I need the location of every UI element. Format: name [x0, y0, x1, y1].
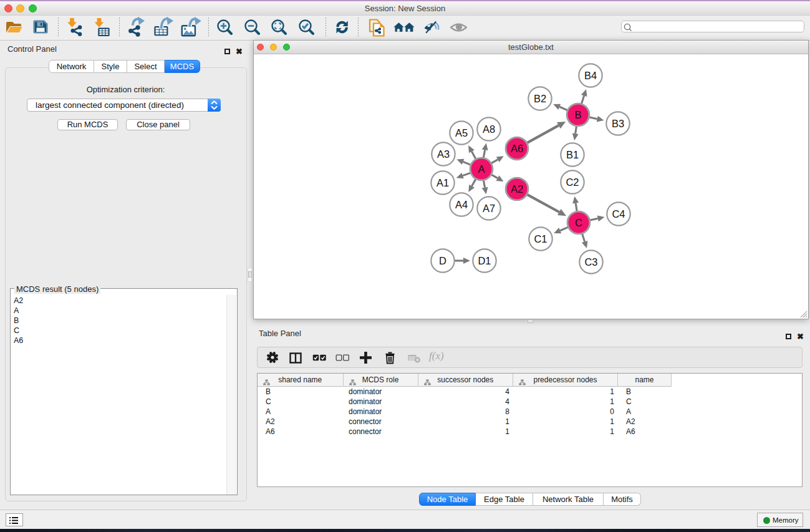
svg-text:D1: D1: [478, 255, 491, 266]
svg-text:C4: C4: [612, 208, 625, 220]
svg-text:A2: A2: [511, 183, 523, 195]
svg-text:A6: A6: [511, 143, 523, 154]
svg-text:A5: A5: [455, 127, 468, 138]
svg-text:C3: C3: [584, 256, 597, 268]
svg-text:B2: B2: [534, 93, 546, 104]
svg-text:A8: A8: [483, 123, 495, 135]
svg-text:A7: A7: [483, 203, 495, 214]
svg-text:D: D: [439, 255, 446, 266]
svg-text:B4: B4: [584, 70, 597, 81]
svg-text:C2: C2: [566, 177, 579, 188]
svg-text:A3: A3: [437, 148, 450, 160]
svg-text:C: C: [575, 217, 582, 228]
svg-text:A4: A4: [455, 199, 468, 210]
svg-text:B1: B1: [566, 149, 579, 160]
svg-text:A1: A1: [436, 177, 449, 188]
svg-text:B: B: [574, 109, 581, 120]
svg-text:A: A: [478, 163, 485, 175]
svg-text:B3: B3: [612, 118, 624, 129]
svg-text:C1: C1: [534, 233, 547, 244]
